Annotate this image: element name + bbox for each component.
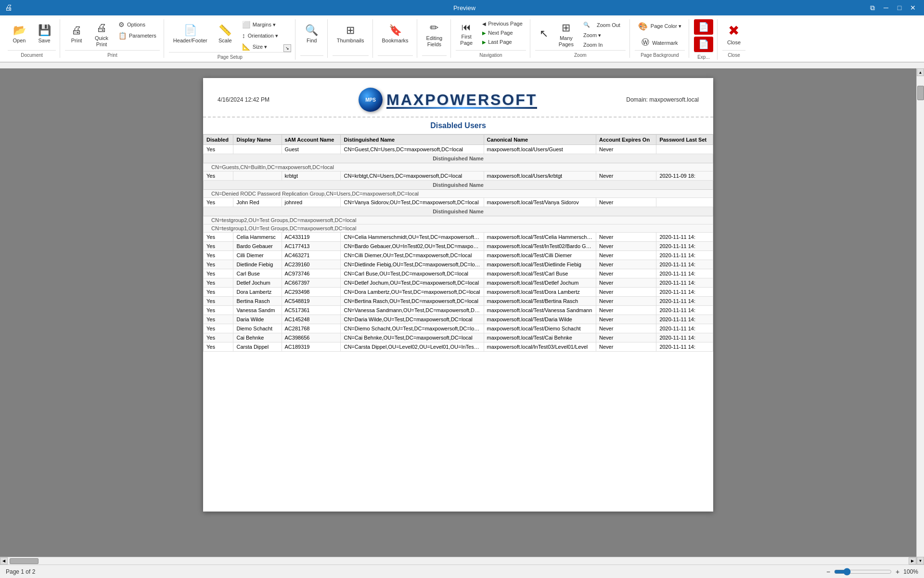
document-group-label: Document bbox=[8, 50, 56, 58]
ribbon-export-items: 📄 📄 bbox=[694, 19, 713, 52]
options-button[interactable]: ⚙ Options bbox=[115, 19, 160, 30]
page-setup-group-label: Page Setup bbox=[169, 52, 291, 60]
header-footer-button[interactable]: 📄 Header/Footer bbox=[169, 19, 212, 48]
export-pdf2-icon: 📄 bbox=[698, 39, 709, 50]
zoom-out-label: Zoom Out bbox=[597, 22, 620, 28]
zoom-plus[interactable]: + bbox=[896, 568, 899, 576]
maximize-button[interactable]: □ bbox=[893, 1, 906, 14]
cursor-icon: ↖ bbox=[539, 27, 548, 40]
bookmarks-button[interactable]: 🔖 Bookmarks bbox=[378, 19, 413, 48]
print-options-group: ⚙ Options 📋 Parameters bbox=[115, 19, 160, 41]
table-row: YesCai BehnkeAC398656CN=Cai Behnke,OU=Te… bbox=[204, 333, 713, 342]
print-button[interactable]: 🖨 Print bbox=[65, 19, 88, 48]
scroll-thumb-v[interactable] bbox=[917, 86, 924, 100]
ribbon-group-editing: ✏ EditingFields bbox=[418, 19, 451, 58]
report-title: Disabled Users bbox=[203, 118, 713, 134]
page-setup-expand[interactable]: ↘ bbox=[283, 44, 291, 52]
export-pdf1-button[interactable]: 📄 bbox=[694, 19, 713, 35]
scroll-up-arrow[interactable]: ▲ bbox=[917, 68, 924, 76]
print-icon: 🖨 bbox=[71, 24, 82, 37]
find-button[interactable]: 🔍 Find bbox=[300, 19, 323, 48]
quick-print-button[interactable]: 🖨 QuickPrint bbox=[90, 19, 113, 50]
zoom-slider[interactable] bbox=[834, 568, 892, 576]
previous-page-icon: ◀ bbox=[482, 21, 486, 26]
thumbnails-button[interactable]: ⊞ Thumbnails bbox=[333, 19, 369, 48]
header-domain: Domain: maxpowersoft.local bbox=[626, 96, 699, 103]
first-page-icon: ⏮ bbox=[462, 22, 471, 33]
table-group-row: Distinguished Name bbox=[204, 207, 713, 216]
scale-button[interactable]: 📏 Scale bbox=[214, 19, 237, 48]
parameters-button[interactable]: 📋 Parameters bbox=[115, 30, 160, 41]
orientation-button[interactable]: ↕ Orientation ▾ bbox=[239, 30, 282, 41]
orientation-icon: ↕ bbox=[242, 32, 245, 39]
logo-text-container: MAXPOWERSOFT bbox=[386, 91, 537, 109]
last-page-label: Last Page bbox=[488, 39, 512, 45]
ribbon-group-print: 🖨 Print 🖨 QuickPrint ⚙ Options 📋 Paramet… bbox=[61, 19, 164, 58]
thumbnails-label: Thumbnails bbox=[337, 38, 364, 43]
print-group-label: Print bbox=[65, 50, 160, 58]
scroll-thumb-h[interactable] bbox=[10, 558, 38, 564]
zoom-control: − + 100% bbox=[826, 568, 918, 576]
bookmarks-label: Bookmarks bbox=[382, 38, 409, 43]
ribbon-group-navigation: ⏮ FirstPage ◀ Previous Page ▶ Next Page … bbox=[452, 19, 530, 58]
content-area: 4/16/2024 12:42 PM MPS MAXPOWERSOFT Doma… bbox=[0, 68, 916, 565]
save-icon: 💾 bbox=[38, 24, 51, 37]
ribbon-group-print-items: 🖨 Print 🖨 QuickPrint ⚙ Options 📋 Paramet… bbox=[65, 19, 160, 50]
ribbon-group-close: ✖ Close Close bbox=[719, 19, 749, 58]
first-page-label: FirstPage bbox=[460, 34, 473, 46]
zoom-dropdown-button[interactable]: Zoom ▾ bbox=[580, 31, 626, 40]
thumbnails-icon: ⊞ bbox=[346, 24, 355, 37]
previous-page-button[interactable]: ◀ Previous Page bbox=[479, 19, 526, 28]
first-page-button[interactable]: ⏮ FirstPage bbox=[456, 19, 477, 49]
page-color-button[interactable]: 🎨 Page Color ▾ bbox=[635, 19, 685, 33]
zoom-cursor-button[interactable]: ↖ bbox=[535, 19, 552, 48]
logo-main-text: MAXPOWERSOFT bbox=[386, 91, 537, 109]
zoom-search-button[interactable]: 🔍 bbox=[582, 20, 593, 29]
scale-icon: 📏 bbox=[218, 24, 231, 37]
table-row: YesBertina RaschAC548819CN=Bertina Rasch… bbox=[204, 297, 713, 306]
table-header-row: Disabled Display Name sAM Account Name D… bbox=[204, 135, 713, 145]
editing-fields-button[interactable]: ✏ EditingFields bbox=[422, 19, 447, 50]
next-page-button[interactable]: ▶ Next Page bbox=[479, 28, 526, 37]
export-pdf1-icon: 📄 bbox=[698, 22, 709, 32]
page: 4/16/2024 12:42 PM MPS MAXPOWERSOFT Doma… bbox=[203, 78, 713, 512]
margins-button[interactable]: ⬜ Margins ▾ bbox=[239, 19, 282, 30]
watermark-label: Watermark bbox=[652, 40, 678, 46]
export-pdf2-button[interactable]: 📄 bbox=[694, 37, 713, 52]
scroll-left-arrow[interactable]: ◀ bbox=[0, 557, 8, 565]
close-preview-button[interactable]: ✖ Close bbox=[722, 19, 745, 48]
restore-button[interactable]: ⧉ bbox=[866, 1, 879, 14]
bookmarks-group-label bbox=[378, 55, 413, 58]
size-button[interactable]: 📐 Size ▾ bbox=[239, 41, 282, 52]
ribbon-zoom-items: ↖ ⊞ ManyPages 🔍 Zoom Out bbox=[535, 19, 626, 50]
editing-group-label bbox=[422, 55, 447, 58]
zoom-options-group: 🔍 Zoom Out Zoom ▾ Zoom In bbox=[580, 19, 626, 49]
zoom-in-button[interactable]: Zoom In bbox=[580, 40, 626, 49]
close-button[interactable]: ✕ bbox=[907, 1, 919, 14]
zoom-out-button[interactable]: Zoom Out bbox=[593, 21, 624, 29]
table-row: YesDora LambertzAC293498CN=Dora Lambertz… bbox=[204, 288, 713, 297]
minimize-button[interactable]: ─ bbox=[880, 1, 892, 14]
save-button[interactable]: 💾 Save bbox=[33, 19, 56, 48]
watermark-button[interactable]: Ⓦ Watermark bbox=[638, 35, 681, 50]
ribbon-group-document: 📂 Open 💾 Save Document bbox=[4, 19, 60, 58]
ribbon-group-thumbnails: ⊞ Thumbnails bbox=[329, 19, 373, 58]
many-pages-button[interactable]: ⊞ ManyPages bbox=[554, 19, 578, 50]
table-row: YesBardo GebauerAC177413CN=Bardo Gebauer… bbox=[204, 242, 713, 251]
table-row: YesDaria WildeAC145248CN=Daria Wilde,OU=… bbox=[204, 315, 713, 324]
col-canonical: Canonical Name bbox=[484, 135, 596, 145]
zoom-dropdown-label: Zoom ▾ bbox=[583, 32, 601, 39]
scroll-right-arrow[interactable]: ▶ bbox=[909, 557, 916, 565]
scale-label: Scale bbox=[218, 38, 232, 43]
scroll-down-arrow[interactable]: ▼ bbox=[917, 557, 924, 565]
zoom-minus[interactable]: − bbox=[826, 568, 830, 576]
table-group-row: Distinguished Name bbox=[204, 181, 713, 190]
zoom-group-label: Zoom bbox=[535, 50, 626, 58]
zoom-in-label: Zoom In bbox=[583, 42, 603, 48]
vertical-scrollbar[interactable]: ▲ ▼ bbox=[916, 68, 924, 565]
open-button[interactable]: 📂 Open bbox=[8, 19, 31, 48]
close-preview-label: Close bbox=[727, 39, 741, 45]
last-page-button[interactable]: ▶ Last Page bbox=[479, 38, 526, 46]
ribbon-editing-items: ✏ EditingFields bbox=[422, 19, 447, 55]
horizontal-scrollbar[interactable]: ◀ ▶ bbox=[0, 557, 916, 565]
